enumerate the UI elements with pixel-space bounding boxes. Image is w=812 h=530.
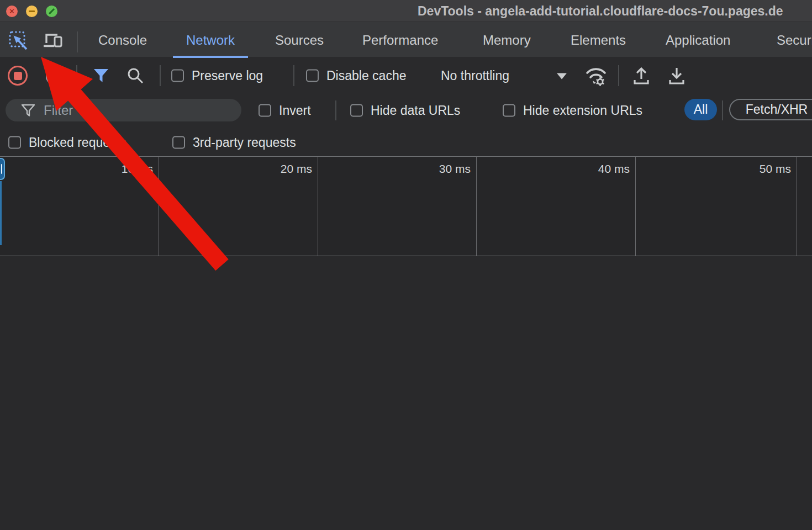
invert-label: Invert: [279, 103, 311, 118]
network-conditions-button[interactable]: [583, 65, 610, 87]
titlebar: ✕ DevTools - angela-add-tutorial.cloudfl…: [0, 0, 812, 22]
toolbar-divider: [618, 65, 619, 86]
search-icon: [126, 67, 144, 84]
timeline-tick: 20 ms: [281, 162, 312, 176]
timeline-tick: 30 ms: [439, 162, 471, 176]
disable-cache-label: Disable cache: [326, 68, 406, 83]
timeline-window-edge: [0, 181, 2, 245]
search-button[interactable]: [124, 65, 146, 87]
traffic-lights: ✕: [6, 6, 57, 17]
tab-security[interactable]: Security: [777, 22, 812, 58]
filter-input[interactable]: [44, 103, 226, 118]
hide-data-urls-checkbox[interactable]: Hide data URLs: [350, 103, 460, 118]
timeline-gridline: [635, 157, 636, 256]
timeline-gridline: [318, 157, 318, 256]
network-toolbar: Preserve log Disable cache No throttling: [0, 58, 812, 93]
filter-toggle-button[interactable]: [90, 65, 112, 87]
timeline-window-grip[interactable]: [0, 158, 5, 180]
checkbox-box[interactable]: [171, 69, 184, 82]
device-toolbar-button[interactable]: [41, 29, 64, 51]
record-stop-icon: [14, 72, 22, 80]
timeline-gridline: [159, 157, 159, 256]
hide-extension-urls-label: Hide extension URLs: [523, 103, 642, 118]
import-har-button[interactable]: [630, 65, 652, 87]
tab-console[interactable]: Console: [98, 22, 147, 58]
close-button[interactable]: ✕: [6, 6, 18, 17]
record-stop-button[interactable]: [8, 66, 28, 86]
import-har-icon: [632, 66, 651, 86]
tab-sources[interactable]: Sources: [275, 22, 324, 58]
chevron-down-icon[interactable]: [557, 73, 567, 79]
tab-bar: Console Network Sources Performance Memo…: [0, 22, 812, 58]
checkbox-box[interactable]: [172, 136, 185, 149]
zoom-button[interactable]: [46, 6, 57, 17]
timeline-gridline: [797, 157, 797, 256]
hide-extension-urls-checkbox[interactable]: Hide extension URLs: [503, 103, 642, 118]
disable-cache-checkbox[interactable]: Disable cache: [306, 68, 406, 83]
tab-performance[interactable]: Performance: [362, 22, 438, 58]
preserve-log-checkbox[interactable]: Preserve log: [171, 68, 263, 83]
inspect-element-button[interactable]: [7, 29, 29, 51]
filterbar-divider: [335, 100, 336, 120]
hide-data-urls-label: Hide data URLs: [371, 103, 460, 118]
export-har-button[interactable]: [666, 65, 688, 87]
clear-icon[interactable]: [46, 69, 61, 84]
blocked-requests-checkbox[interactable]: Blocked requests: [8, 135, 126, 150]
filter-funnel-icon: [93, 68, 109, 83]
request-type-fetch-xhr-chip[interactable]: Fetch/XHR: [729, 99, 812, 120]
request-type-all-chip[interactable]: All: [684, 99, 717, 120]
tab-application[interactable]: Application: [666, 22, 730, 58]
requests-panel: Recordi Perform a request: [0, 256, 812, 530]
checkbox-box[interactable]: [503, 104, 515, 117]
filter-bar-row2: Blocked requests 3rd-party requests: [0, 128, 812, 156]
preserve-log-label: Preserve log: [192, 68, 263, 83]
third-party-requests-checkbox[interactable]: 3rd-party requests: [172, 135, 296, 150]
filter-field[interactable]: [6, 99, 241, 121]
third-party-requests-label: 3rd-party requests: [193, 135, 296, 150]
device-toolbar-icon: [43, 31, 62, 50]
tab-elements[interactable]: Elements: [571, 22, 626, 58]
tab-network[interactable]: Network: [186, 22, 235, 58]
funnel-icon: [21, 103, 35, 118]
timeline-gridline: [476, 157, 477, 256]
network-overview-timeline[interactable]: 10 ms 20 ms 30 ms 40 ms 50 ms: [0, 156, 812, 256]
minimize-button[interactable]: [26, 6, 38, 17]
tabbar-divider: [77, 31, 78, 52]
timeline-tick: 50 ms: [760, 162, 791, 176]
window-title: DevTools - angela-add-tutorial.cloudflar…: [418, 0, 783, 22]
checkbox-box[interactable]: [8, 136, 21, 149]
toolbar-divider: [160, 65, 161, 86]
filter-bar: Invert Hide data URLs Hide extension URL…: [0, 93, 812, 128]
checkbox-box[interactable]: [259, 104, 271, 117]
checkbox-box[interactable]: [350, 104, 363, 117]
checkbox-box[interactable]: [306, 69, 319, 82]
inspect-element-icon: [8, 30, 28, 50]
timeline-tick: 40 ms: [598, 162, 630, 176]
throttling-select[interactable]: No throttling: [441, 68, 509, 83]
blocked-requests-label: Blocked requests: [29, 135, 126, 150]
devtools-window: ✕ DevTools - angela-add-tutorial.cloudfl…: [0, 0, 812, 530]
minimize-icon: [29, 10, 35, 12]
filterbar-divider: [722, 100, 723, 120]
toolbar-divider: [293, 65, 294, 86]
zoom-icon: [49, 8, 55, 14]
tab-memory[interactable]: Memory: [483, 22, 531, 58]
timeline-tick: 10 ms: [122, 162, 153, 176]
invert-checkbox[interactable]: Invert: [259, 103, 311, 118]
network-conditions-icon: [584, 65, 609, 87]
toolbar-divider: [76, 65, 77, 86]
export-har-icon: [667, 66, 686, 86]
